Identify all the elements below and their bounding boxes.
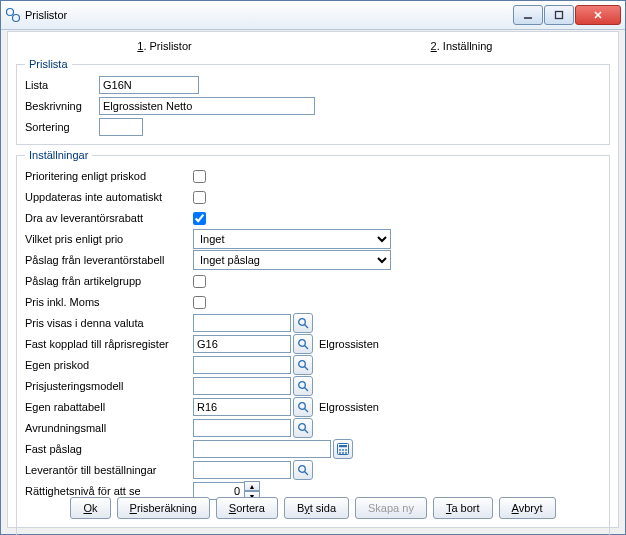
svg-point-20	[339, 449, 341, 451]
svg-line-11	[305, 367, 309, 371]
label-vilket: Vilket pris enligt prio	[25, 233, 193, 245]
label-paslag-art: Påslag från artikelgrupp	[25, 275, 193, 287]
input-leverantor[interactable]	[193, 461, 291, 479]
svg-line-9	[305, 346, 309, 350]
input-lista[interactable]	[99, 76, 199, 94]
input-egen-priskod[interactable]	[193, 356, 291, 374]
lookup-avrundning[interactable]	[293, 418, 313, 438]
window-title: Prislistor	[25, 9, 512, 21]
close-button[interactable]	[575, 5, 621, 25]
label-pris-valuta: Pris visas i denna valuta	[25, 317, 193, 329]
select-paslag-lev[interactable]: Inget påslag	[193, 250, 391, 270]
calc-fast-paslag[interactable]	[333, 439, 353, 459]
svg-point-21	[342, 449, 344, 451]
ta-bort-button[interactable]: Ta bort	[433, 497, 493, 519]
window: Prislistor 1. Prislistor 2. Inställning …	[0, 0, 626, 535]
lookup-prisjust[interactable]	[293, 376, 313, 396]
svg-point-8	[299, 340, 306, 347]
label-beskrivning: Beskrivning	[25, 100, 99, 112]
tab-prislistor[interactable]: 1. Prislistor	[16, 36, 313, 56]
label-prioritering: Prioritering enligt priskod	[25, 170, 193, 182]
skapa-ny-button: Skapa ny	[355, 497, 427, 519]
group-prislista-legend: Prislista	[25, 58, 72, 70]
label-egen-rabatt: Egen rabattabell	[25, 401, 193, 413]
checkbox-prioritering[interactable]	[193, 170, 206, 183]
lookup-fast-kopplad[interactable]	[293, 334, 313, 354]
checkbox-dra[interactable]	[193, 212, 206, 225]
sortera-button[interactable]: Sortera	[216, 497, 278, 519]
text-egen-rabatt-after: Elgrossisten	[319, 401, 379, 413]
byt-sida-button[interactable]: Byt sida	[284, 497, 349, 519]
svg-rect-3	[556, 12, 563, 19]
spin-up[interactable]: ▲	[244, 481, 260, 491]
input-fast-kopplad[interactable]	[193, 335, 291, 353]
label-paslag-lev: Påslag från leverantörstabell	[25, 254, 193, 266]
minimize-button[interactable]	[513, 5, 543, 25]
svg-point-10	[299, 361, 306, 368]
page-tabs: 1. Prislistor 2. Inställning	[16, 36, 610, 56]
app-icon	[5, 7, 21, 23]
label-avrundning: Avrundningsmall	[25, 422, 193, 434]
label-pris-moms: Pris inkl. Moms	[25, 296, 193, 308]
input-sortering[interactable]	[99, 118, 143, 136]
titlebar: Prislistor	[1, 1, 625, 30]
input-fast-paslag[interactable]	[193, 440, 331, 458]
prisberakning-button[interactable]: Prisberäkning	[117, 497, 210, 519]
svg-point-12	[299, 382, 306, 389]
client-area: 1. Prislistor 2. Inställning Prislista L…	[7, 31, 619, 528]
select-vilket[interactable]: Inget	[193, 229, 391, 249]
input-prisjust[interactable]	[193, 377, 291, 395]
input-egen-rabatt[interactable]	[193, 398, 291, 416]
group-installningar-legend: Inställningar	[25, 149, 92, 161]
svg-point-14	[299, 403, 306, 410]
svg-point-26	[299, 466, 306, 473]
svg-point-1	[13, 15, 20, 22]
lookup-pris-valuta[interactable]	[293, 313, 313, 333]
lookup-egen-rabatt[interactable]	[293, 397, 313, 417]
label-sortering: Sortering	[25, 121, 99, 133]
label-leverantor: Leverantör till beställningar	[25, 464, 193, 476]
svg-point-6	[299, 319, 306, 326]
svg-line-27	[305, 472, 309, 476]
label-egen-priskod: Egen priskod	[25, 359, 193, 371]
ok-button[interactable]: Ok	[70, 497, 110, 519]
tab-installning[interactable]: 2. Inställning	[313, 36, 610, 56]
svg-point-23	[339, 452, 341, 454]
label-lista: Lista	[25, 79, 99, 91]
group-installningar: Inställningar Prioritering enligt prisko…	[16, 149, 610, 535]
maximize-button[interactable]	[544, 5, 574, 25]
label-fast-kopplad: Fast kopplad till råprisregister	[25, 338, 193, 350]
svg-point-22	[345, 449, 347, 451]
lookup-egen-priskod[interactable]	[293, 355, 313, 375]
checkbox-uppdateras[interactable]	[193, 191, 206, 204]
input-avrundning[interactable]	[193, 419, 291, 437]
svg-line-15	[305, 409, 309, 413]
avbryt-button[interactable]: Avbryt	[499, 497, 556, 519]
checkbox-paslag-art[interactable]	[193, 275, 206, 288]
svg-line-13	[305, 388, 309, 392]
input-pris-valuta[interactable]	[193, 314, 291, 332]
input-beskrivning[interactable]	[99, 97, 315, 115]
label-uppdateras: Uppdateras inte automatiskt	[25, 191, 193, 203]
label-rattighet: Rättighetsnivå för att se	[25, 485, 193, 497]
group-prislista: Prislista Lista Beskrivning Sortering	[16, 58, 610, 145]
button-bar: Ok Prisberäkning Sortera Byt sida Skapa …	[8, 497, 618, 519]
svg-point-24	[342, 452, 344, 454]
label-prisjust: Prisjusteringsmodell	[25, 380, 193, 392]
label-fast-paslag: Fast påslag	[25, 443, 193, 455]
text-fast-kopplad-after: Elgrossisten	[319, 338, 379, 350]
svg-point-25	[345, 452, 347, 454]
checkbox-pris-moms[interactable]	[193, 296, 206, 309]
svg-point-16	[299, 424, 306, 431]
svg-point-0	[7, 9, 14, 16]
lookup-leverantor[interactable]	[293, 460, 313, 480]
svg-line-17	[305, 430, 309, 434]
svg-line-7	[305, 325, 309, 329]
label-dra: Dra av leverantörsrabatt	[25, 212, 193, 224]
svg-rect-19	[339, 445, 347, 447]
